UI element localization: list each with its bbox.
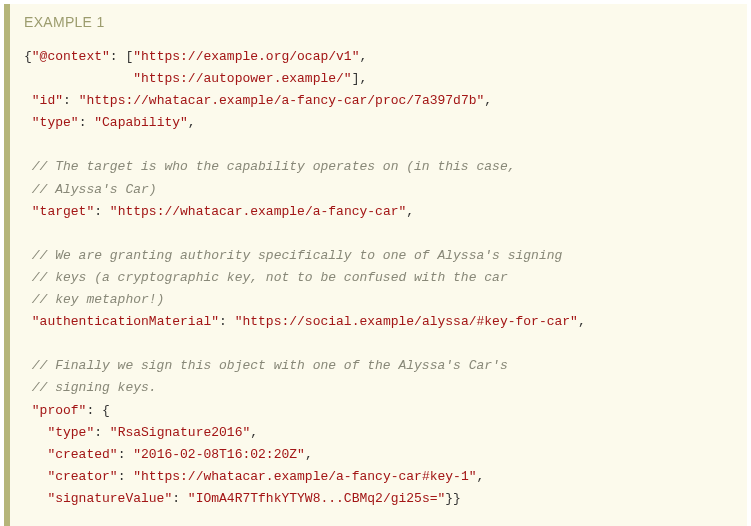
- punct: ,: [406, 204, 414, 219]
- json-key: "id": [32, 93, 63, 108]
- punct: ,: [477, 469, 485, 484]
- punct: ,: [305, 447, 313, 462]
- punct: ],: [352, 71, 368, 86]
- punct: :: [118, 469, 134, 484]
- comment: // We are granting authority specificall…: [24, 248, 562, 263]
- json-key: "proof": [32, 403, 87, 418]
- punct: : [: [110, 49, 133, 64]
- comment: // key metaphor!): [24, 292, 164, 307]
- indent: [24, 204, 32, 219]
- indent: [24, 491, 47, 506]
- comment: // keys (a cryptographic key, not to be …: [24, 270, 508, 285]
- json-string: "RsaSignature2016": [110, 425, 250, 440]
- punct: ,: [578, 314, 586, 329]
- code-block: {"@context": ["https://example.org/ocap/…: [10, 36, 747, 526]
- punct: :: [118, 447, 134, 462]
- punct: :: [63, 93, 79, 108]
- json-string: "Capability": [94, 115, 188, 130]
- json-string: "IOmA4R7TfhkYTYW8...CBMq2/gi25s=": [188, 491, 445, 506]
- comment: // Alyssa's Car): [24, 182, 157, 197]
- example-header: EXAMPLE 1: [10, 4, 747, 36]
- json-string: "https://autopower.example/": [133, 71, 351, 86]
- indent: [24, 71, 133, 86]
- comment: // Finally we sign this object with one …: [24, 358, 508, 373]
- json-key: "authenticationMaterial": [32, 314, 219, 329]
- punct: ,: [484, 93, 492, 108]
- json-key: "@context": [32, 49, 110, 64]
- punct: {: [24, 49, 32, 64]
- indent: [24, 115, 32, 130]
- json-key: "target": [32, 204, 94, 219]
- punct: :: [79, 115, 95, 130]
- indent: [24, 425, 47, 440]
- indent: [24, 314, 32, 329]
- comment: // The target is who the capability oper…: [24, 159, 515, 174]
- punct: : {: [86, 403, 109, 418]
- json-key: "created": [47, 447, 117, 462]
- punct: :: [94, 204, 110, 219]
- punct: ,: [250, 425, 258, 440]
- indent: [24, 93, 32, 108]
- punct: ,: [359, 49, 367, 64]
- punct: :: [172, 491, 188, 506]
- punct: }}: [445, 491, 461, 506]
- json-string: "https://whatacar.example/a-fancy-car#ke…: [133, 469, 476, 484]
- json-key: "type": [47, 425, 94, 440]
- json-string: "https://social.example/alyssa/#key-for-…: [235, 314, 578, 329]
- json-string: "2016-02-08T16:02:20Z": [133, 447, 305, 462]
- json-key: "signatureValue": [47, 491, 172, 506]
- punct: ,: [188, 115, 196, 130]
- indent: [24, 403, 32, 418]
- json-key: "type": [32, 115, 79, 130]
- json-string: "https://whatacar.example/a-fancy-car": [110, 204, 406, 219]
- json-key: "creator": [47, 469, 117, 484]
- json-string: "https://whatacar.example/a-fancy-car/pr…: [79, 93, 485, 108]
- comment: // signing keys.: [24, 380, 157, 395]
- json-string: "https://example.org/ocap/v1": [133, 49, 359, 64]
- example-container: EXAMPLE 1 {"@context": ["https://example…: [4, 4, 747, 526]
- punct: :: [219, 314, 235, 329]
- indent: [24, 447, 47, 462]
- punct: :: [94, 425, 110, 440]
- indent: [24, 469, 47, 484]
